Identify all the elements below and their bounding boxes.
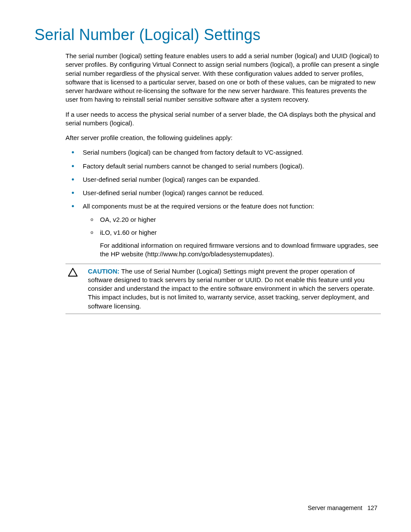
paragraph-intro: The serial number (logical) setting feat… — [65, 52, 381, 104]
list-item-text: OA, v2.20 or higher — [100, 216, 156, 223]
list-item: User-defined serial number (logical) ran… — [65, 175, 381, 184]
list-item: OA, v2.20 or higher — [83, 215, 381, 224]
body-content: The serial number (logical) setting feat… — [65, 52, 381, 314]
footer-page-number: 127 — [367, 504, 377, 511]
paragraph-oa-note: If a user needs to access the physical s… — [65, 110, 381, 128]
paragraph-guidelines-lead: After server profile creation, the follo… — [65, 134, 381, 142]
list-item: Factory default serial numbers cannot be… — [65, 162, 381, 171]
firmware-info-paragraph: For additional information on required f… — [100, 241, 381, 259]
guidelines-list: Serial numbers (logical) can be changed … — [65, 148, 381, 258]
caution-callout: CAUTION: The use of Serial Number (Logic… — [65, 264, 381, 314]
list-item-text: Factory default serial numbers cannot be… — [83, 162, 304, 170]
page-footer: Server management 127 — [308, 504, 377, 511]
document-page: Serial Number (Logical) Settings The ser… — [0, 0, 411, 532]
list-item-text: iLO, v1.60 or higher — [100, 229, 157, 236]
list-item: Serial numbers (logical) can be changed … — [65, 148, 381, 157]
caution-body: The use of Serial Number (Logical) Setti… — [88, 268, 374, 310]
list-item-text: User-defined serial number (logical) ran… — [83, 189, 264, 196]
list-item-text: All components must be at the required v… — [83, 202, 314, 210]
caution-text: CAUTION: The use of Serial Number (Logic… — [88, 267, 381, 311]
list-item: All components must be at the required v… — [65, 202, 381, 258]
version-sublist: OA, v2.20 or higher iLO, v1.60 or higher… — [83, 215, 381, 259]
footer-section: Server management — [308, 504, 362, 511]
caution-icon — [65, 267, 88, 279]
caution-label: CAUTION: — [88, 268, 119, 275]
svg-marker-0 — [68, 268, 77, 276]
list-item-text: Serial numbers (logical) can be changed … — [83, 149, 303, 156]
page-title: Serial Number (Logical) Settings — [34, 26, 381, 44]
list-item: User-defined serial number (logical) ran… — [65, 189, 381, 197]
list-item: iLO, v1.60 or higher For additional info… — [83, 228, 381, 259]
list-item-text: User-defined serial number (logical) ran… — [83, 176, 260, 183]
